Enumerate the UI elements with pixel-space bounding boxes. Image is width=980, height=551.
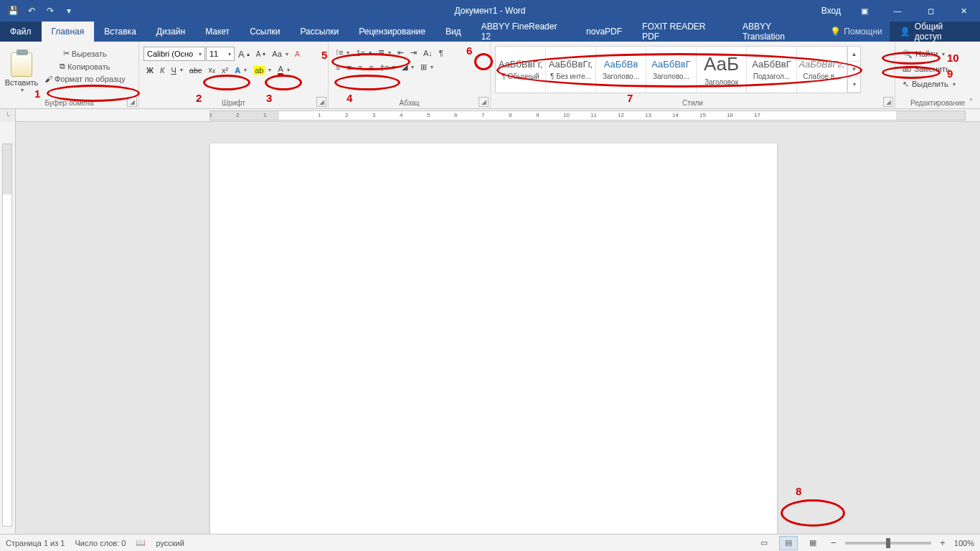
- zoom-slider[interactable]: [845, 542, 931, 545]
- undo-icon[interactable]: ↶: [23, 2, 40, 19]
- grow-font-button[interactable]: A▴: [235, 47, 253, 61]
- styles-scroll-up[interactable]: ▲: [848, 47, 860, 62]
- style-heading1[interactable]: АаБбВвЗаголово...: [596, 47, 646, 93]
- align-right-button[interactable]: ≡: [355, 62, 365, 73]
- clear-formatting-button[interactable]: A: [292, 48, 303, 60]
- paste-button[interactable]: Вставить ▾: [4, 44, 39, 93]
- account-signin[interactable]: Вход: [814, 6, 848, 16]
- close-icon[interactable]: ✕: [947, 0, 980, 22]
- font-dialog-launcher[interactable]: ◢: [316, 97, 326, 107]
- tab-insert[interactable]: Вставка: [94, 22, 146, 42]
- numbering-button[interactable]: 1≡▾: [353, 47, 374, 59]
- find-button[interactable]: 🔍Найти▾: [900, 47, 948, 61]
- style-normal[interactable]: АаБбВвГг,¶ Обычный: [496, 47, 546, 93]
- styles-expand[interactable]: ▾: [848, 77, 860, 93]
- underline-button[interactable]: Ч▾: [168, 65, 185, 76]
- replace-label: Заменить: [914, 65, 949, 73]
- tab-review[interactable]: Рецензирование: [349, 22, 435, 42]
- line-spacing-button[interactable]: ‡≡▾: [377, 62, 399, 73]
- read-mode-button[interactable]: ▭: [755, 536, 773, 550]
- share-button[interactable]: 👤 Общий доступ: [890, 22, 980, 42]
- tab-design[interactable]: Дизайн: [146, 22, 195, 42]
- zoom-thumb[interactable]: [886, 538, 890, 548]
- change-case-button[interactable]: Aa▾: [269, 48, 291, 60]
- bullets-button[interactable]: ⁝≡▾: [333, 47, 352, 59]
- underline-icon: Ч: [171, 66, 176, 75]
- qat-customize-icon[interactable]: ▾: [60, 2, 77, 19]
- tab-novapdf[interactable]: novaPDF: [576, 22, 632, 42]
- save-icon[interactable]: 💾: [4, 2, 22, 19]
- web-layout-button[interactable]: ▦: [804, 536, 822, 550]
- align-center-button[interactable]: ≡: [344, 62, 354, 73]
- italic-button[interactable]: К: [157, 65, 167, 76]
- align-left-button[interactable]: ≡: [333, 62, 343, 73]
- select-button[interactable]: ↖Выделить▾: [900, 77, 958, 91]
- borders-button[interactable]: ⊞▾: [418, 61, 436, 73]
- tab-home[interactable]: Главная: [42, 22, 95, 42]
- strikethrough-button[interactable]: abc: [187, 65, 205, 76]
- bold-button[interactable]: Ж: [143, 65, 156, 76]
- zoom-in-button[interactable]: +: [937, 537, 948, 548]
- tab-finereader[interactable]: ABBYY FineReader 12: [471, 22, 576, 42]
- replace-button[interactable]: abЗаменить: [900, 62, 953, 76]
- tab-foxit[interactable]: FOXIT READER PDF: [632, 22, 732, 42]
- format-painter-label: Формат по образцу: [55, 75, 126, 83]
- highlight-button[interactable]: ab▾: [250, 65, 274, 76]
- tab-layout[interactable]: Макет: [195, 22, 240, 42]
- bold-icon: Ж: [146, 66, 154, 75]
- tell-me[interactable]: 💡 Помощни: [823, 22, 889, 42]
- style-no-spacing[interactable]: АаБбВвГг,¶ Без инте...: [546, 47, 596, 93]
- print-layout-button[interactable]: ▤: [779, 536, 798, 550]
- shrink-font-button[interactable]: A▾: [253, 49, 269, 60]
- cut-label: Вырезать: [72, 50, 107, 58]
- ruler-vertical[interactable]: [0, 122, 16, 534]
- tab-selector[interactable]: └: [0, 109, 16, 122]
- copy-button[interactable]: ⧉Копировать: [42, 60, 128, 72]
- font-color-icon: A: [278, 65, 283, 75]
- font-color-button[interactable]: A▾: [275, 63, 292, 77]
- status-language[interactable]: русский: [156, 539, 184, 547]
- styles-dialog-launcher[interactable]: ◢: [883, 97, 893, 107]
- superscript-button[interactable]: x²: [219, 65, 231, 76]
- cut-button[interactable]: ✂Вырезать: [42, 47, 128, 60]
- style-subtitle[interactable]: АаБбВвГПодзагол...: [747, 47, 797, 93]
- zoom-level[interactable]: 100%: [954, 539, 974, 547]
- tab-references[interactable]: Ссылки: [240, 22, 290, 42]
- status-page[interactable]: Страница 1 из 1: [6, 539, 65, 547]
- indent-icon: ⇥: [410, 48, 417, 57]
- redo-icon[interactable]: ↷: [42, 2, 59, 19]
- maximize-icon[interactable]: ◻: [914, 0, 947, 22]
- increase-indent-button[interactable]: ⇥: [407, 47, 420, 59]
- style-subtle-emphasis[interactable]: АаБбВвГг,Слабое в...: [797, 47, 847, 93]
- status-word-count[interactable]: Число слов: 0: [75, 539, 126, 547]
- decrease-indent-button[interactable]: ⇤: [395, 47, 407, 59]
- tab-abbyy-translation[interactable]: ABBYY Translation: [732, 22, 823, 42]
- font-size-combo[interactable]: 11▾: [206, 47, 235, 61]
- zoom-out-button[interactable]: −: [828, 537, 839, 548]
- text-effects-button[interactable]: A▾: [232, 65, 250, 76]
- shading-button[interactable]: ◢▾: [399, 61, 417, 73]
- subscript-button[interactable]: x₂: [206, 64, 219, 76]
- tab-mailings[interactable]: Рассылки: [290, 22, 349, 42]
- paragraph-dialog-launcher[interactable]: ◢: [479, 97, 489, 107]
- ruler-horizontal[interactable]: └ 3211234567891011121314151617: [0, 109, 980, 122]
- format-painter-button[interactable]: 🖌Формат по образцу: [42, 73, 128, 85]
- font-name-combo[interactable]: Calibri (Осно▾: [143, 47, 205, 61]
- clipboard-dialog-launcher[interactable]: ◢: [127, 97, 137, 107]
- group-font-label: Шрифт: [222, 99, 245, 107]
- minimize-icon[interactable]: —: [881, 0, 914, 22]
- collapse-ribbon-button[interactable]: ˄: [964, 95, 977, 107]
- ribbon-display-options-icon[interactable]: ▣: [848, 0, 881, 22]
- multilevel-list-button[interactable]: ≣▾: [375, 47, 394, 59]
- sort-button[interactable]: A↓: [420, 47, 435, 59]
- proofing-icon[interactable]: 📖: [136, 538, 146, 547]
- document-page[interactable]: [210, 143, 777, 551]
- group-styles-label: Стили: [682, 99, 703, 107]
- justify-button[interactable]: ≡: [366, 62, 376, 73]
- style-title[interactable]: АаБЗаголовок: [697, 47, 747, 93]
- show-marks-button[interactable]: ¶: [436, 47, 446, 59]
- tab-view[interactable]: Вид: [435, 22, 471, 42]
- style-heading2[interactable]: АаБбВвГЗаголово...: [646, 47, 697, 93]
- tab-file[interactable]: Файл: [0, 22, 42, 42]
- styles-scroll-down[interactable]: ▼: [848, 62, 860, 77]
